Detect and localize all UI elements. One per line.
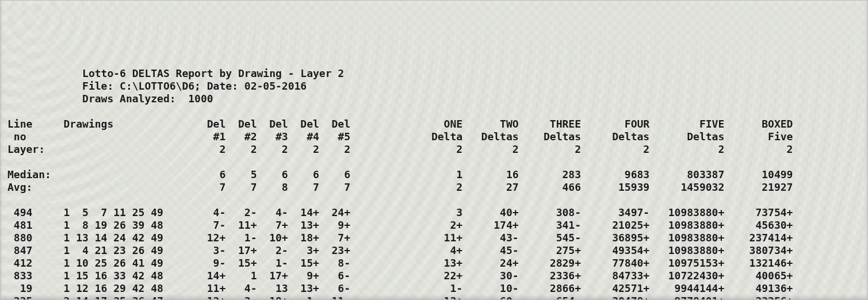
deltas-report: Lotto-6 DELTAS Report by Drawing - Layer… xyxy=(7,67,861,300)
